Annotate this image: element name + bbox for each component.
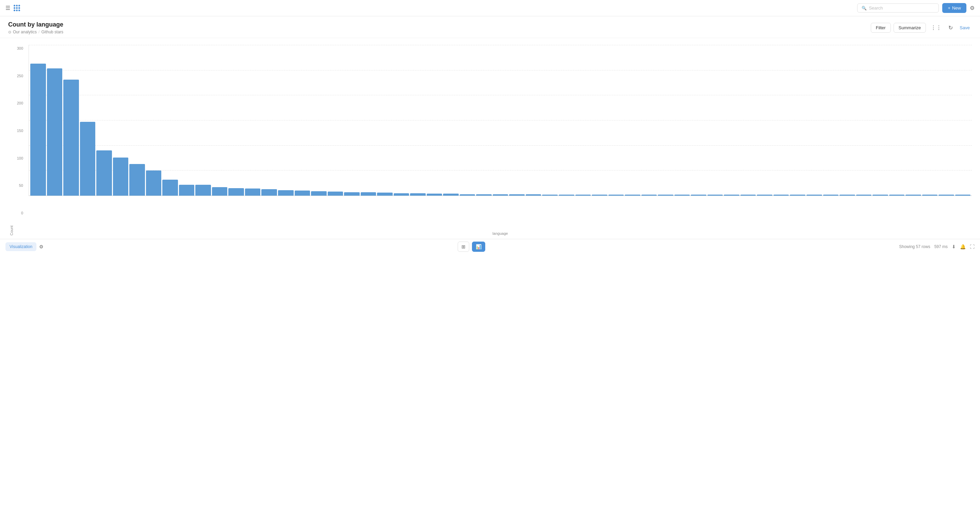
bar-svelte[interactable] [905,194,921,196]
download-icon[interactable]: ⬇ [952,244,956,249]
bar-innosetup[interactable] [724,194,740,196]
bar-assembly[interactable] [608,194,624,196]
bar-julia[interactable] [476,194,492,196]
bar-handlebars[interactable] [460,194,476,196]
columns-icon[interactable]: ⋮⋮ [929,23,943,32]
bar-actionscript[interactable] [592,194,608,196]
breadcrumb-separator: / [38,30,40,34]
bar-gdscript[interactable] [691,194,706,196]
bar-batchfile[interactable] [625,194,640,196]
y-tick-100: 100 [17,156,23,160]
bar-objective-c[interactable] [509,194,525,196]
bar-nunjucks[interactable] [823,194,839,196]
bar-python[interactable] [80,122,95,196]
footer: Visualization ⚙ ⊞ 📊 Showing 57 rows 597 … [0,239,980,254]
y-tick-0: 0 [21,211,23,215]
new-button[interactable]: + New [942,3,966,13]
rows-count: Showing 57 rows [899,244,930,249]
bar-zig[interactable] [576,194,591,196]
y-tick-150: 150 [17,129,23,133]
bar-typescript[interactable] [47,68,63,196]
hamburger-icon[interactable]: ☰ [5,5,10,11]
bar-dart[interactable] [344,192,360,196]
search-placeholder: Search [869,5,883,11]
bar-rescript[interactable] [526,194,541,196]
y-axis: 300 250 200 150 100 50 0 [14,45,26,236]
expand-icon[interactable]: ⛶ [970,244,975,249]
bar-html[interactable] [179,185,195,196]
bar-vue[interactable] [328,191,343,196]
bar-v[interactable] [922,194,938,196]
gear-icon[interactable]: ⚙ [970,5,975,11]
timing: 597 ms [934,244,948,249]
summarize-button[interactable]: Summarize [894,23,926,33]
page-actions: Filter Summarize ⋮⋮ ↻ Save [871,23,972,33]
page-title: Count by language [8,21,63,28]
footer-left: Visualization ⚙ [5,242,43,251]
bar-java[interactable] [245,188,261,196]
bar-mojo[interactable] [790,194,805,196]
bar-ruby[interactable] [311,191,327,196]
breadcrumb-current: Github stars [41,30,63,34]
bar-javascript[interactable] [30,64,46,196]
bar-webassembly[interactable] [955,194,971,196]
filter-button[interactable]: Filter [871,23,891,33]
bar-tex[interactable] [559,194,574,196]
bar-json[interactable] [740,194,756,196]
bell-icon[interactable]: 🔔 [960,244,966,249]
bar-astro[interactable] [427,194,442,196]
bar-svg[interactable] [542,194,558,196]
refresh-icon[interactable]: ↻ [946,23,955,32]
y-axis-label: Count [8,45,14,236]
chart-view-button[interactable]: 📊 [472,242,485,252]
bar-swift[interactable] [278,190,294,196]
bar-rust[interactable] [113,158,129,196]
bar-kotlin[interactable] [757,194,772,196]
save-button[interactable]: Save [958,24,972,32]
bar-c[interactable] [146,170,162,196]
bar-c-[interactable] [212,187,228,196]
bar--empty-[interactable] [96,150,112,196]
header: ☰ 🔍 Search + New ⚙ [0,0,980,16]
bar-freemarker[interactable] [675,194,690,196]
bars-row [29,45,972,196]
logo-icon [14,5,20,11]
visualization-button[interactable]: Visualization [5,242,37,251]
bar-vbscript[interactable] [939,194,954,196]
bar-scss[interactable] [361,192,376,196]
bar-dockerfile[interactable] [394,193,409,196]
bar-clojure[interactable] [443,194,459,196]
bars-area [29,45,972,196]
bar-makefile[interactable] [410,193,426,196]
breadcrumb-parent[interactable]: Our analytics [13,30,37,34]
table-view-button[interactable]: ⊞ [458,242,469,252]
bar-mdx[interactable] [377,193,393,196]
bar-fluent[interactable] [658,194,673,196]
bar-reason[interactable] [856,194,872,196]
visualization-settings-icon[interactable]: ⚙ [39,244,43,249]
bar-starlark[interactable] [889,194,905,196]
bar-lua[interactable] [261,189,277,196]
y-tick-200: 200 [17,101,23,105]
plus-icon: + [948,5,950,11]
bar-markdown[interactable] [493,194,508,196]
bar-hcl[interactable] [708,194,723,196]
logo [14,5,20,11]
bar-perl[interactable] [840,194,855,196]
y-tick-250: 250 [17,74,23,78]
bar-css[interactable] [228,188,244,196]
bar-livescript[interactable] [773,194,789,196]
bar-jupyter-notebook[interactable] [295,191,310,196]
x-axis: JavaScriptTypeScriptGoPython(empty)RustC… [29,196,972,230]
bar-coffeescript[interactable] [641,194,657,196]
bar-go[interactable] [63,80,79,196]
bar-c--[interactable] [129,164,145,196]
bar-php[interactable] [195,185,211,196]
search-box[interactable]: 🔍 Search [857,3,939,13]
bar-scala[interactable] [872,194,888,196]
header-left: ☰ [5,5,853,11]
breadcrumb: ⊙ Our analytics / Github stars [8,30,63,34]
search-icon: 🔍 [862,6,867,11]
bar-mustache[interactable] [807,194,822,196]
bar-shell[interactable] [162,180,178,196]
